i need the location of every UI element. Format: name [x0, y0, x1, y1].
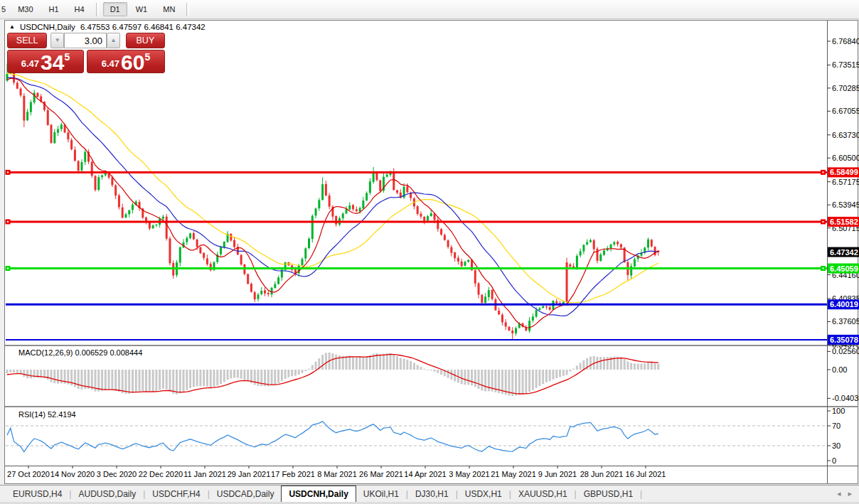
svg-text:6.63730: 6.63730 — [832, 131, 859, 139]
sell-price-prefix: 6.47 — [21, 58, 39, 69]
tabs-scroll-left-icon[interactable]: ◂ — [837, 489, 841, 498]
svg-text:29 Jan 2021: 29 Jan 2021 — [228, 470, 271, 478]
chart-tab-usdx-h1[interactable]: USDX,H1 — [458, 486, 509, 502]
buy-button[interactable]: BUY — [126, 33, 165, 48]
buy-price-big-digits: 60 — [121, 53, 144, 72]
buy-price-display[interactable]: 6.47 60 5 — [87, 50, 165, 73]
svg-text:16 Jul 2021: 16 Jul 2021 — [626, 470, 666, 478]
chart-tab-gbpusd-h1[interactable]: GBPUSD,H1 — [577, 486, 640, 502]
chart-canvas[interactable]: 6.768406.735156.702856.670556.637306.605… — [0, 0, 859, 504]
chart-ohlc-values: 6.47553 6.47597 6.46841 6.47342 — [80, 23, 206, 31]
macd-indicator-label: MACD(12,26,9) 0.006529 0.008444 — [18, 348, 142, 357]
volume-increase-button[interactable]: ▲ — [107, 33, 120, 48]
chart-tab-usdchf-h4[interactable]: USDCHF,H4 — [145, 486, 207, 502]
rsi-indicator-label: RSI(14) 52.4194 — [18, 410, 76, 419]
chart-tab-ukoil-h1[interactable]: UKOil,H1 — [356, 486, 406, 502]
svg-text:11 Jan 2021: 11 Jan 2021 — [183, 470, 226, 478]
svg-text:-0.04038: -0.04038 — [832, 394, 859, 402]
chart-symbol-label: USDCNH,Daily — [20, 23, 75, 31]
chart-tab-eurusd-h4[interactable]: EURUSD,H4 — [6, 486, 69, 502]
svg-text:9 Jun 2021: 9 Jun 2021 — [538, 470, 577, 478]
rsi-pane: 10070300 — [6, 407, 845, 466]
chart-tab-audusd-daily[interactable]: AUDUSD,Daily — [71, 486, 143, 502]
svg-text:3 May 2021: 3 May 2021 — [449, 470, 489, 478]
buy-price-prefix: 6.47 — [102, 58, 119, 69]
chart-tab-dj30-h1[interactable]: DJ30,H1 — [408, 486, 456, 502]
svg-text:0.025609: 0.025609 — [832, 347, 859, 355]
collapse-panel-icon[interactable]: ▲ — [9, 23, 15, 30]
chart-tab-xauusd-h1[interactable]: XAUUSD,H1 — [511, 486, 575, 502]
svg-text:30: 30 — [832, 441, 841, 450]
chart-tab-bar: EURUSD,H4|AUDUSD,Daily|USDCHF,H4|USDCAD,… — [0, 485, 859, 502]
svg-text:14 Nov 2020: 14 Nov 2020 — [50, 470, 95, 478]
svg-text:100: 100 — [832, 407, 845, 415]
tab-separator: | — [640, 486, 642, 502]
spin-down-icon: ▼ — [55, 37, 60, 43]
svg-text:3 Dec 2020: 3 Dec 2020 — [97, 470, 137, 478]
svg-text:17 Feb 2021: 17 Feb 2021 — [271, 470, 315, 478]
svg-text:22 Dec 2020: 22 Dec 2020 — [139, 470, 183, 478]
svg-text:0: 0 — [832, 456, 836, 465]
volume-decrease-button[interactable]: ▼ — [50, 33, 64, 48]
sell-price-big-digits: 34 — [41, 53, 64, 72]
svg-text:14 Apr 2021: 14 Apr 2021 — [404, 470, 446, 478]
chart-tab-usdcnh-daily[interactable]: USDCNH,Daily — [281, 486, 356, 502]
svg-text:0.00: 0.00 — [832, 365, 847, 374]
one-click-trading-panel: SELL ▼ ▲ BUY 6.47 34 5 6.47 60 5 — [7, 33, 165, 73]
sell-price-pipette: 5 — [64, 51, 70, 63]
volume-input[interactable] — [64, 33, 107, 48]
svg-text:27 Oct 2020: 27 Oct 2020 — [7, 470, 50, 478]
tabs-scroll-right-icon[interactable]: ▸ — [848, 489, 852, 498]
price-axis: 6.768406.735156.702856.670556.637306.605… — [827, 37, 859, 349]
svg-text:6.53945: 6.53945 — [832, 200, 859, 209]
svg-text:26 Mar 2021: 26 Mar 2021 — [359, 470, 403, 478]
svg-text:6.57175: 6.57175 — [832, 178, 859, 186]
chart-ohlc-header: ▲ USDCNH,Daily 6.47553 6.47597 6.46841 6… — [9, 23, 206, 31]
svg-text:6.76840: 6.76840 — [832, 37, 859, 45]
svg-text:6.37605: 6.37605 — [832, 317, 859, 326]
svg-text:8 Mar 2021: 8 Mar 2021 — [317, 470, 357, 478]
svg-text:70: 70 — [832, 422, 841, 430]
svg-text:6.73515: 6.73515 — [832, 60, 859, 69]
svg-text:6.60500: 6.60500 — [832, 154, 859, 162]
sell-price-display[interactable]: 6.47 34 5 — [7, 50, 84, 73]
svg-text:21 May 2021: 21 May 2021 — [491, 470, 536, 478]
date-axis: 27 Oct 202014 Nov 20203 Dec 202022 Dec 2… — [7, 466, 666, 478]
svg-text:6.67055: 6.67055 — [832, 107, 859, 115]
svg-text:6.70285: 6.70285 — [832, 84, 859, 92]
chart-tab-usdcad-daily[interactable]: USDCAD,Daily — [210, 486, 282, 502]
svg-text:28 Jun 2021: 28 Jun 2021 — [580, 470, 624, 478]
sell-button[interactable]: SELL — [7, 33, 47, 48]
spin-up-icon: ▲ — [110, 37, 116, 43]
buy-price-pipette: 5 — [144, 51, 150, 63]
